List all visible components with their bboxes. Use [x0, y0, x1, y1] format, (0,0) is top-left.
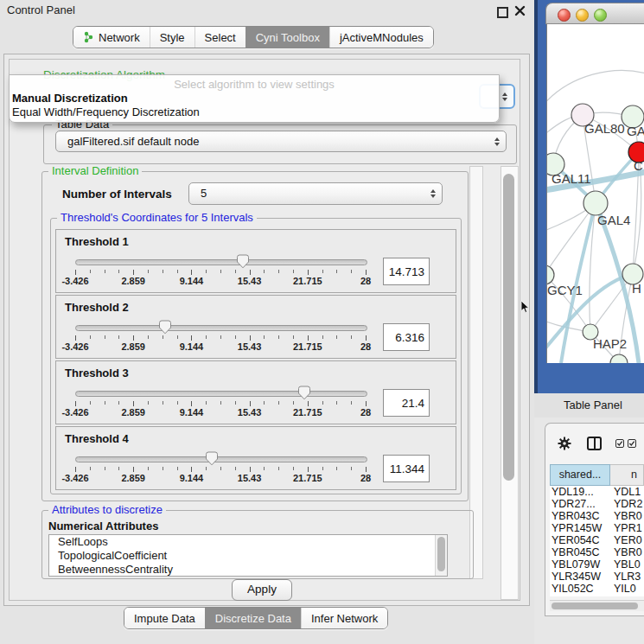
threshold-2-value-field[interactable]: 6.316 — [383, 323, 430, 351]
tick-mark — [308, 401, 309, 406]
dropdown-option-equal-width-frequency[interactable]: Equal Width/Frequency Discretization — [10, 105, 499, 119]
table-cell[interactable]: YBR0 — [610, 546, 644, 558]
zoom-traffic-light[interactable] — [594, 9, 607, 22]
list-item[interactable]: TopologicalCoefficient — [49, 549, 447, 563]
table-cell[interactable]: YDR2 — [610, 498, 644, 510]
split-columns-icon[interactable] — [587, 437, 602, 450]
tick-label: -3.426 — [61, 473, 88, 483]
number-of-intervals-combobox[interactable]: 5 — [188, 182, 443, 205]
tick-mark — [322, 401, 323, 405]
table-row[interactable]: YBL079WYBL0 — [550, 558, 644, 571]
table-cell[interactable]: YPR1 — [610, 522, 644, 534]
float-window-icon[interactable] — [497, 7, 508, 18]
tick-mark — [351, 335, 352, 339]
network-node[interactable] — [610, 354, 628, 363]
slider-track[interactable] — [75, 259, 367, 265]
slider-handle[interactable] — [297, 386, 311, 400]
tab-jactivemnodules[interactable]: jActiveMNodules — [329, 27, 433, 48]
table-horizontal-scrollbar[interactable] — [550, 600, 644, 611]
threshold-4-value-field[interactable]: 11.344 — [383, 455, 430, 482]
slider-handle[interactable] — [205, 451, 219, 466]
table-cell[interactable]: YBR045C — [550, 546, 610, 558]
tick-label: 28 — [360, 473, 371, 483]
tick-mark — [105, 401, 105, 405]
table-cell[interactable]: YLR345W — [550, 571, 610, 583]
table-cell[interactable]: YBR0 — [610, 510, 644, 522]
table-cell[interactable]: YDL1 — [610, 486, 644, 498]
dropdown-hint: Select algorithm to view settings — [10, 77, 499, 92]
table-row[interactable]: YIL052CYIL0 — [550, 583, 644, 595]
network-node[interactable] — [583, 191, 608, 215]
scrollbar-thumb[interactable] — [552, 603, 638, 609]
tab-select[interactable]: Select — [194, 27, 245, 48]
slider-track[interactable] — [75, 391, 367, 397]
table-cell[interactable]: YIL0 — [610, 583, 644, 595]
tick-mark — [293, 467, 294, 470]
scrollbar-thumb[interactable] — [503, 174, 514, 481]
tick-mark — [293, 270, 294, 273]
threshold-3-value-field[interactable]: 21.4 — [383, 389, 430, 417]
network-edge[interactable] — [547, 71, 644, 106]
table-row[interactable]: YLR345WYLR3 — [550, 571, 644, 583]
table-cell[interactable]: YBL079W — [550, 558, 610, 571]
tick-mark — [293, 335, 294, 339]
column-header-name[interactable]: n — [610, 464, 644, 486]
table-row[interactable]: YBR043CYBR0 — [550, 510, 644, 522]
tick-mark — [191, 270, 192, 275]
minimize-traffic-light[interactable] — [576, 9, 589, 22]
checkbox-icon[interactable] — [615, 439, 624, 448]
scrollbar-thumb[interactable] — [437, 537, 445, 571]
table-cell[interactable]: YIL052C — [550, 583, 610, 595]
table-cell[interactable]: YBR043C — [550, 510, 610, 522]
network-node[interactable] — [547, 265, 554, 284]
table-row[interactable]: YER054CYER0 — [550, 534, 644, 546]
close-traffic-light[interactable] — [558, 9, 571, 22]
tab-impute-data[interactable]: Impute Data — [124, 608, 205, 628]
table-cell[interactable]: YER0 — [610, 534, 644, 546]
table-row[interactable]: YDR27...YDR2 — [550, 498, 644, 510]
tick-mark — [250, 401, 251, 406]
column-header-shared-name[interactable]: shared... — [550, 464, 610, 486]
threshold-1-value-field[interactable]: 14.713 — [383, 258, 430, 285]
table-cell[interactable]: YLR3 — [610, 571, 644, 583]
checkbox-icon[interactable] — [628, 439, 636, 448]
tab-network[interactable]: Network — [73, 27, 150, 48]
slider-handle[interactable] — [236, 254, 250, 269]
close-icon[interactable] — [514, 5, 526, 16]
apply-button[interactable]: Apply — [232, 579, 292, 601]
table-row[interactable]: YDL19...YDL1 — [550, 486, 644, 498]
slider-track[interactable] — [75, 456, 367, 462]
list-item[interactable]: BetweennessCentrality — [49, 563, 447, 577]
slider-handle[interactable] — [158, 320, 172, 335]
tick-mark — [206, 335, 207, 339]
table-cell[interactable]: YPR145W — [550, 522, 610, 534]
gear-icon[interactable] — [558, 437, 571, 450]
tab-style[interactable]: Style — [150, 27, 194, 48]
slider-track[interactable] — [75, 325, 367, 331]
table-row[interactable]: YBR045CYBR0 — [550, 546, 644, 558]
tab-infer-network[interactable]: Infer Network — [301, 608, 387, 628]
table-cell[interactable]: YBL0 — [610, 558, 644, 571]
numerical-attributes-list[interactable]: SelfLoopsTopologicalCoefficientBetweenne… — [48, 534, 448, 577]
list-item[interactable]: SelfLoops — [49, 535, 447, 549]
tick-mark — [278, 401, 279, 405]
threshold-2-slider[interactable] — [75, 321, 366, 335]
table-row[interactable]: YPR145WYPR1 — [550, 522, 644, 534]
dropdown-option-manual-discretization[interactable]: Manual Discretization — [10, 92, 499, 105]
table-cell[interactable]: YDL19... — [550, 486, 610, 498]
list-scrollbar[interactable] — [435, 535, 447, 576]
tab-discretize-data[interactable]: Discretize Data — [205, 608, 301, 628]
threshold-4-slider[interactable] — [75, 452, 366, 466]
network-canvas[interactable]: GAL80GACGAL11GAL4GCY1HHAP2 — [546, 24, 644, 363]
panel-scrollbar[interactable] — [501, 166, 519, 600]
table-cell[interactable]: YER054C — [550, 534, 610, 546]
network-window-titlebar[interactable] — [545, 3, 644, 24]
tab-cyni-toolbox[interactable]: Cyni Toolbox — [245, 27, 329, 48]
tick-label: -3.426 — [61, 341, 88, 352]
table-data-combobox[interactable]: galFiltered.sif default node — [55, 131, 507, 152]
tick-mark — [308, 270, 309, 275]
table-cell[interactable]: YDR27... — [550, 498, 610, 510]
tab-infer-network-label: Infer Network — [311, 612, 378, 625]
threshold-3-slider[interactable] — [75, 386, 366, 400]
threshold-1-slider[interactable] — [75, 255, 366, 269]
